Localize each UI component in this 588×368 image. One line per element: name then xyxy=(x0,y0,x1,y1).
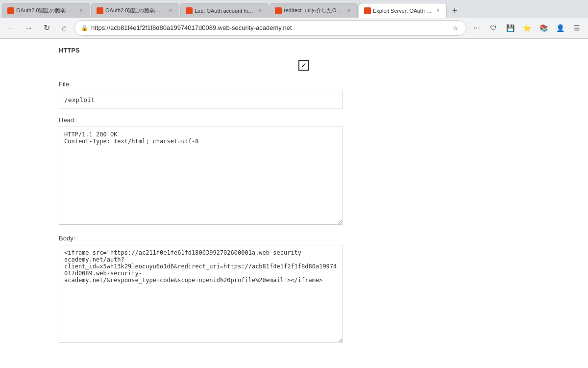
navigation-bar: ← → ↻ ⌂ 🔒 ☆ ⋯ 🛡 💾 ⭐ 📚 👤 ☰ xyxy=(0,18,588,38)
head-section: Head: HTTP/1.1 200 OK Content-Type: text… xyxy=(59,116,549,227)
tab-title-2: OAuth2.0認証の脆弱性| Web セ… xyxy=(105,7,165,14)
menu-dots-icon[interactable]: ⋯ xyxy=(469,21,484,35)
bookmark-icon[interactable]: ☆ xyxy=(450,23,460,33)
save-icon[interactable]: 💾 xyxy=(503,21,517,35)
tab-1[interactable]: OAuth2.0認証の脆弱性| Web セ… × xyxy=(2,3,90,18)
body-label: Body: xyxy=(59,235,549,242)
profile-icon[interactable]: 👤 xyxy=(553,21,567,35)
address-actions: ☆ xyxy=(450,23,460,33)
tab-title-1: OAuth2.0認証の脆弱性| Web セ… xyxy=(16,7,76,14)
tab-favicon-4 xyxy=(275,7,282,14)
tab-favicon-5 xyxy=(364,7,371,14)
lock-icon: 🔒 xyxy=(81,25,88,31)
tab-close-4[interactable]: × xyxy=(345,7,352,14)
tabs-bar: OAuth2.0認証の脆弱性| Web セ… × OAuth2.0認証の脆弱性|… xyxy=(0,0,588,18)
toolbar-right: ⋯ 🛡 💾 ⭐ 📚 👤 ☰ xyxy=(469,21,584,35)
page-content: HTTPS ✓ File: Head: HTTP/1.1 200 OK Cont… xyxy=(0,39,588,353)
tab-4[interactable]: redirect_uriを介したOAuthアカウ… × xyxy=(270,3,358,18)
address-bar[interactable] xyxy=(91,24,447,31)
extensions-icon[interactable]: 📚 xyxy=(536,21,551,35)
checkbox-container: ✓ xyxy=(59,60,549,71)
new-tab-button[interactable]: + xyxy=(448,4,462,18)
tab-close-3[interactable]: × xyxy=(256,7,263,14)
body-section: Body: <iframe src="https://ac211f0e1fe61… xyxy=(59,235,549,345)
tab-favicon-1 xyxy=(7,7,14,14)
tab-3[interactable]: Lab: OAuth account hijacking … × xyxy=(180,3,269,18)
tab-title-3: Lab: OAuth account hijacking … xyxy=(195,8,254,14)
https-label: HTTPS xyxy=(59,47,549,54)
reload-button[interactable]: ↻ xyxy=(39,21,54,35)
back-button[interactable]: ← xyxy=(4,21,19,35)
tab-2[interactable]: OAuth2.0認証の脆弱性| Web セ… × xyxy=(91,3,179,18)
body-textarea[interactable]: <iframe src="https://ac211f0e1fe61fd1800… xyxy=(59,245,343,343)
tab-title-5: Exploit Server: OAuth account … xyxy=(373,8,433,14)
browser-chrome: OAuth2.0認証の脆弱性| Web セ… × OAuth2.0認証の脆弱性|… xyxy=(0,0,588,39)
star-icon[interactable]: ⭐ xyxy=(519,21,534,35)
file-label: File: xyxy=(59,80,549,88)
home-button[interactable]: ⌂ xyxy=(57,21,72,35)
tab-close-1[interactable]: × xyxy=(78,7,85,14)
address-bar-container[interactable]: 🔒 ☆ xyxy=(74,20,466,36)
tab-title-4: redirect_uriを介したOAuthアカウ… xyxy=(284,7,343,14)
file-section: File: xyxy=(59,80,549,108)
forward-button[interactable]: → xyxy=(22,21,36,35)
head-label: Head: xyxy=(59,116,549,124)
tab-close-5[interactable]: × xyxy=(435,7,441,14)
file-input[interactable] xyxy=(59,91,343,108)
https-checkbox[interactable]: ✓ xyxy=(298,60,309,71)
shield-icon[interactable]: 🛡 xyxy=(486,21,501,35)
tab-favicon-3 xyxy=(186,7,193,14)
tab-5[interactable]: Exploit Server: OAuth account … × xyxy=(359,3,447,18)
browser-menu-icon[interactable]: ☰ xyxy=(569,21,584,35)
tab-favicon-2 xyxy=(97,7,103,14)
head-textarea[interactable]: HTTP/1.1 200 OK Content-Type: text/html;… xyxy=(59,127,343,225)
tab-close-2[interactable]: × xyxy=(167,7,174,14)
